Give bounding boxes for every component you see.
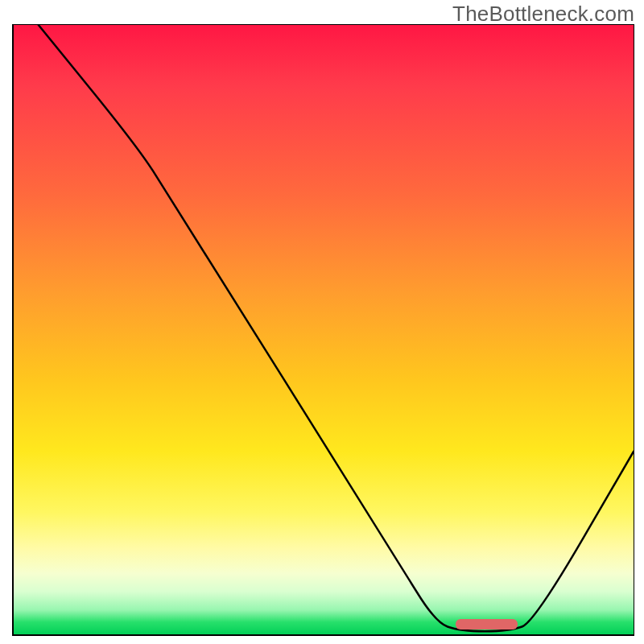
bottleneck-curve bbox=[14, 25, 634, 634]
plot-area bbox=[12, 24, 634, 636]
chart-container: TheBottleneck.com bbox=[0, 0, 644, 644]
watermark-text: TheBottleneck.com bbox=[452, 2, 634, 27]
optimal-range-marker bbox=[456, 619, 518, 630]
